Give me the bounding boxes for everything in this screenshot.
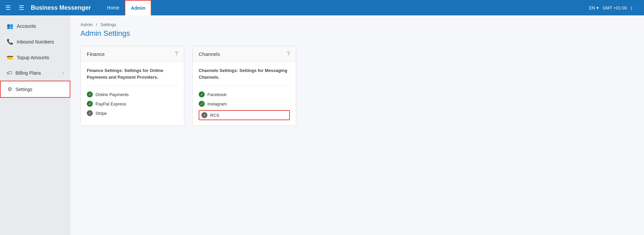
breadcrumb-admin: Admin: [80, 22, 93, 27]
channels-item-rcs[interactable]: ✓ RCS: [199, 110, 290, 120]
header-nav: Home Admin: [102, 0, 151, 15]
language-selector[interactable]: EN ▾: [589, 5, 599, 10]
app-title: Business Messenger: [31, 4, 91, 11]
list-icon[interactable]: ☰: [19, 4, 24, 11]
layout: 👥 Accounts 📞 Inbound Numbers 💳 Topup Amo…: [0, 15, 644, 235]
finance-description: Finance Settings: Settings for Online Pa…: [87, 67, 178, 86]
finance-item-label-online-payments: Online Payments: [95, 92, 129, 97]
channels-card: Channels ? Channels Settings: Settings f…: [192, 46, 296, 126]
main-inner: Admin / Settings Admin Settings Finance …: [70, 15, 644, 133]
channels-item-label-facebook: Facebook: [207, 92, 227, 97]
channels-card-header: Channels ?: [193, 46, 296, 62]
finance-card: Finance ? Finance Settings: Settings for…: [80, 46, 184, 126]
channels-card-body: Channels Settings: Settings for Messagin…: [193, 62, 296, 126]
inbound-numbers-icon: 📞: [7, 38, 13, 45]
check-icon-paypal: ✓: [87, 101, 93, 107]
finance-item-online-payments[interactable]: ✓ Online Payments: [87, 91, 178, 97]
channels-help-icon[interactable]: ?: [287, 51, 290, 57]
sidebar-item-topup-amounts[interactable]: 💳 Topup Amounts: [0, 50, 70, 65]
check-icon-facebook: ✓: [199, 91, 205, 97]
nav-admin[interactable]: Admin: [125, 0, 151, 15]
sidebar: 👥 Accounts 📞 Inbound Numbers 💳 Topup Amo…: [0, 15, 70, 235]
header-right: EN ▾ GMT +01:00 | 👤: [589, 5, 639, 10]
finance-card-body: Finance Settings: Settings for Online Pa…: [81, 62, 184, 122]
sidebar-item-accounts[interactable]: 👥 Accounts: [0, 18, 70, 34]
sidebar-label-settings: Settings: [15, 87, 63, 92]
sidebar-item-inbound-numbers[interactable]: 📞 Inbound Numbers: [0, 34, 70, 50]
channels-description: Channels Settings: Settings for Messagin…: [199, 67, 290, 86]
finance-item-paypal[interactable]: ✓ PayPal Express: [87, 101, 178, 107]
page-title: Admin Settings: [80, 29, 634, 38]
channels-item-label-rcs: RCS: [210, 113, 219, 118]
check-icon-instagram: ✓: [199, 101, 205, 107]
channels-card-title: Channels: [199, 51, 220, 57]
cards-container: Finance ? Finance Settings: Settings for…: [80, 46, 634, 126]
sidebar-item-settings[interactable]: ⚙ Settings: [0, 81, 70, 98]
sidebar-label-inbound-numbers: Inbound Numbers: [17, 39, 64, 45]
breadcrumb-settings: Settings: [101, 22, 116, 27]
user-menu[interactable]: | 👤: [631, 5, 639, 10]
settings-icon: ⚙: [7, 86, 12, 92]
breadcrumb-separator: /: [96, 22, 98, 27]
finance-item-stripe[interactable]: ✓ Stripe: [87, 110, 178, 116]
finance-items: ✓ Online Payments ✓ PayPal Express ✓ Str…: [87, 91, 178, 116]
main-content: Admin / Settings Admin Settings Finance …: [70, 15, 644, 235]
nav-home[interactable]: Home: [102, 0, 125, 15]
sidebar-label-accounts: Accounts: [17, 23, 64, 29]
sidebar-label-billing-plans: Billing Plans: [15, 70, 59, 76]
finance-card-title: Finance: [87, 51, 105, 57]
hamburger-icon[interactable]: ☰: [5, 4, 11, 11]
topup-icon: 💳: [7, 54, 13, 61]
sidebar-item-billing-plans[interactable]: 🏷 Billing Plans ›: [0, 65, 70, 81]
finance-card-header: Finance ?: [81, 46, 184, 62]
billing-icon: 🏷: [7, 70, 12, 76]
check-icon-online-payments: ✓: [87, 91, 93, 97]
timezone-display[interactable]: GMT +01:00: [603, 5, 627, 10]
finance-item-label-stripe: Stripe: [95, 111, 107, 116]
channels-item-label-instagram: Instagram: [207, 101, 227, 106]
sidebar-label-topup-amounts: Topup Amounts: [17, 55, 64, 60]
header: ☰ ☰ Business Messenger Home Admin EN ▾ G…: [0, 0, 644, 15]
check-icon-rcs: ✓: [201, 112, 207, 118]
check-icon-stripe: ✓: [87, 110, 93, 116]
channels-items: ✓ Facebook ✓ Instagram ✓ RCS: [199, 91, 290, 120]
chevron-right-icon: ›: [62, 71, 64, 75]
finance-help-icon[interactable]: ?: [175, 51, 178, 57]
channels-item-facebook[interactable]: ✓ Facebook: [199, 91, 290, 97]
breadcrumb: Admin / Settings: [80, 22, 634, 27]
channels-item-instagram[interactable]: ✓ Instagram: [199, 101, 290, 107]
accounts-icon: 👥: [7, 23, 13, 29]
finance-item-label-paypal: PayPal Express: [95, 101, 126, 106]
